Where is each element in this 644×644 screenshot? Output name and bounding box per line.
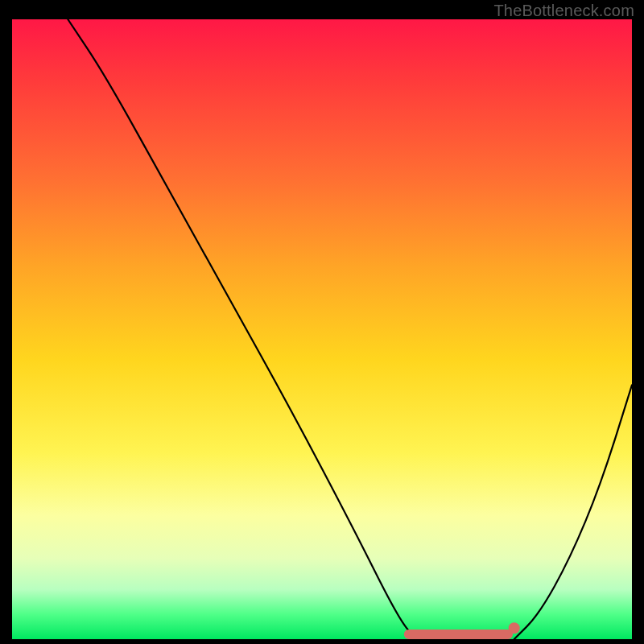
curve-right-branch — [514, 385, 632, 639]
curve-left-branch — [68, 19, 415, 639]
chart-overlay — [12, 19, 632, 639]
watermark-text: TheBottleneck.com — [493, 2, 634, 20]
chart-frame: TheBottleneck.com — [0, 0, 644, 644]
highlight-dot — [509, 622, 520, 634]
